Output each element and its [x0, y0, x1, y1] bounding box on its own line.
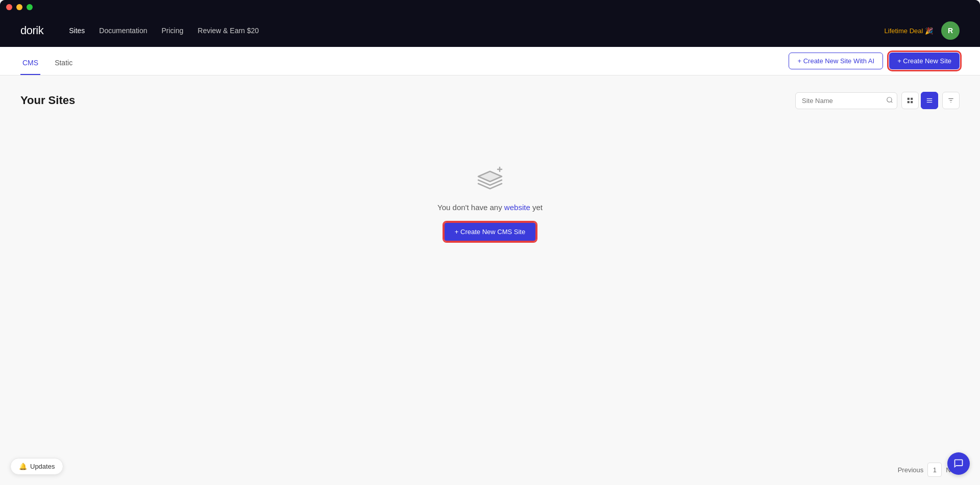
nav-link-review[interactable]: Review & Earn $20	[198, 27, 259, 35]
nav-link-pricing[interactable]: Pricing	[161, 27, 183, 35]
main-area: CMS Static + Create New Site With AI + C…	[0, 47, 980, 485]
updates-label: Updates	[30, 463, 55, 470]
logo[interactable]: dorik	[20, 24, 43, 37]
svg-rect-4	[908, 101, 910, 103]
empty-text-end: yet	[530, 203, 543, 212]
search-input[interactable]	[795, 92, 897, 109]
minimize-button[interactable]	[16, 4, 22, 10]
header-actions: + Create New Site With AI + Create New S…	[789, 53, 960, 69]
tab-static[interactable]: Static	[53, 59, 75, 75]
nav-link-sites[interactable]: Sites	[69, 27, 85, 35]
filter-icon	[947, 97, 954, 104]
sub-header: CMS Static + Create New Site With AI + C…	[0, 47, 980, 75]
empty-state: You don't have any website yet + Create …	[20, 121, 960, 262]
svg-rect-6	[927, 98, 933, 99]
empty-state-text: You don't have any website yet	[437, 203, 543, 212]
lifetime-deal-link[interactable]: Lifetime Deal 🎉	[885, 27, 933, 35]
pagination: Previous 1 Next	[0, 454, 980, 485]
page-header: Your Sites	[20, 92, 960, 109]
chat-button[interactable]	[947, 452, 970, 475]
empty-text-highlight: website	[504, 203, 530, 212]
create-new-site-button[interactable]: + Create New Site	[889, 53, 960, 69]
tab-cms[interactable]: CMS	[20, 59, 40, 75]
list-icon	[926, 97, 933, 104]
empty-state-icon	[475, 162, 505, 195]
filter-button[interactable]	[942, 92, 960, 109]
pagination-previous[interactable]: Previous	[898, 466, 924, 474]
svg-line-1	[891, 101, 893, 103]
avatar[interactable]: R	[941, 21, 960, 40]
page-title: Your Sites	[20, 94, 75, 107]
nav-links: Sites Documentation Pricing Review & Ear…	[69, 27, 864, 35]
chat-icon	[953, 458, 964, 469]
svg-rect-3	[911, 98, 913, 100]
svg-rect-2	[908, 98, 910, 100]
grid-view-button[interactable]	[901, 92, 919, 109]
nav-right: Lifetime Deal 🎉 R	[885, 21, 960, 40]
search-filter-bar	[795, 92, 960, 109]
search-icon	[886, 96, 893, 104]
pagination-page-1[interactable]: 1	[927, 463, 942, 477]
main-content: Your Sites	[0, 75, 980, 454]
maximize-button[interactable]	[27, 4, 33, 10]
search-icon-button[interactable]	[886, 96, 893, 105]
empty-text-start: You don't have any	[437, 203, 504, 212]
svg-rect-8	[927, 102, 933, 103]
svg-rect-7	[927, 100, 933, 100]
create-new-site-ai-button[interactable]: + Create New Site With AI	[789, 53, 883, 69]
app-window: dorik Sites Documentation Pricing Review…	[0, 0, 980, 485]
view-toggle	[901, 92, 938, 109]
svg-point-0	[887, 97, 892, 101]
search-input-wrapper	[795, 92, 897, 109]
close-button[interactable]	[6, 4, 12, 10]
title-bar	[0, 0, 980, 14]
nav-link-documentation[interactable]: Documentation	[99, 27, 147, 35]
svg-rect-5	[911, 101, 913, 103]
list-view-button[interactable]	[921, 92, 938, 109]
layers-icon	[475, 162, 505, 193]
create-cms-site-button[interactable]: + Create New CMS Site	[444, 222, 536, 242]
grid-icon	[906, 97, 914, 104]
tabs: CMS Static	[20, 47, 75, 75]
updates-icon: 🔔	[19, 463, 27, 470]
updates-button[interactable]: 🔔 Updates	[10, 458, 63, 475]
navbar: dorik Sites Documentation Pricing Review…	[0, 14, 980, 47]
